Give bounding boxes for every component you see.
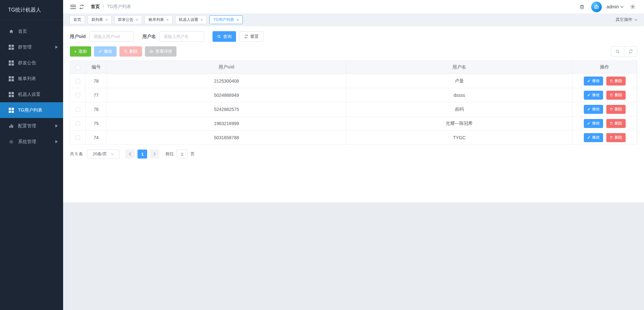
next-page-button[interactable]: [150, 150, 159, 159]
sidebar-item-group-mgmt[interactable]: 群管理: [0, 39, 63, 55]
table-tools: [611, 46, 637, 57]
row-delete-label: 删除: [615, 92, 622, 98]
search-button[interactable]: 查询: [213, 31, 236, 42]
sidebar-item-robot-settings[interactable]: 机器人设置: [0, 87, 63, 102]
table-row: 75 1963216999 光耀—陈冠希 修改 删除: [70, 116, 637, 131]
row-delete-button[interactable]: 删除: [606, 105, 626, 114]
main-area: 首页 / TG用户列表 admin: [63, 0, 644, 310]
row-edit-button[interactable]: 修改: [584, 77, 603, 86]
table-row: 74 5031658788 TYGC 修改 删除: [70, 131, 637, 145]
tab-tg-user-list[interactable]: TG用户列表 ×: [209, 15, 242, 24]
row-edit-button[interactable]: 修改: [584, 133, 603, 142]
row-checkbox[interactable]: [76, 93, 80, 97]
row-delete-button[interactable]: 删除: [606, 133, 626, 142]
cell-uid: 1963216999: [107, 116, 346, 130]
tab-home[interactable]: 首页: [70, 15, 85, 24]
topbar: 首页 / TG用户列表 admin: [63, 0, 644, 14]
total-count: 共 5 条: [70, 151, 83, 157]
sidebar-item-label: 群管理: [18, 44, 32, 50]
table-row: 78 2125300408 卢曼 修改 删除: [70, 74, 637, 88]
reset-button[interactable]: 重置: [239, 31, 263, 42]
trash-icon: [610, 93, 613, 97]
column-header-uid: 用户uid: [107, 61, 346, 74]
row-checkbox[interactable]: [76, 135, 80, 140]
tab-broadcast[interactable]: 群发公告 ×: [114, 15, 142, 24]
row-delete-button[interactable]: 删除: [606, 119, 626, 128]
close-icon[interactable]: ×: [105, 18, 108, 22]
refresh-icon[interactable]: [77, 3, 86, 11]
pen-icon: [98, 50, 102, 53]
row-edit-button[interactable]: 修改: [584, 91, 603, 100]
select-all-checkbox[interactable]: [76, 65, 80, 69]
column-header-id: 编号: [86, 61, 107, 74]
trash-icon: [610, 79, 613, 83]
delete-button-disabled[interactable]: 删除: [119, 46, 142, 57]
sidebar-item-label: 配置管理: [18, 123, 36, 129]
plus-icon: +: [74, 49, 77, 54]
row-delete-label: 删除: [615, 106, 622, 112]
row-checkbox[interactable]: [76, 79, 80, 83]
row-checkbox[interactable]: [76, 107, 80, 112]
pen-icon: [587, 107, 591, 111]
cell-name: 光耀—陈冠希: [346, 116, 573, 130]
home-icon: [8, 29, 14, 34]
close-icon[interactable]: ×: [166, 18, 169, 22]
cell-name: 叔码: [346, 102, 573, 116]
sidebar-item-system-mgmt[interactable]: 系统管理: [0, 134, 63, 150]
cell-id: 76: [86, 102, 107, 116]
sidebar-item-config-mgmt[interactable]: 配置管理: [0, 118, 63, 134]
breadcrumb-separator: /: [103, 4, 104, 9]
eye-icon: [149, 49, 154, 54]
sidebar-item-home[interactable]: 首页: [0, 23, 63, 39]
tabbar: 首页 群列表 × 群发公告 × 账单列表 × 机器人设置 × TG用户列表 × …: [63, 14, 644, 26]
user-dropdown[interactable]: admin: [607, 4, 624, 9]
trash-icon: [124, 50, 128, 53]
tab-label: 群列表: [91, 17, 103, 23]
sidebar-item-label: 系统管理: [18, 139, 36, 145]
edit-button-disabled[interactable]: 修改: [94, 46, 117, 57]
row-edit-button[interactable]: 修改: [584, 105, 603, 114]
tab-robot-settings[interactable]: 机器人设置 ×: [175, 15, 207, 24]
trash-icon: [610, 107, 613, 111]
table-header-row: 编号 用户uid 用户名 操作: [70, 61, 637, 74]
add-button[interactable]: + 添加: [70, 46, 91, 57]
trash-icon[interactable]: [578, 3, 586, 11]
page-number-button[interactable]: 1: [137, 150, 147, 159]
content-panel: 用户uid 用户名 查询 重置 + 添加 修改: [63, 26, 644, 202]
breadcrumb-home[interactable]: 首页: [91, 4, 100, 10]
sidebar-item-label: 账单列表: [18, 76, 36, 82]
column-header-name: 用户名: [346, 61, 573, 74]
row-delete-button[interactable]: 删除: [606, 77, 626, 86]
sidebar-item-label: TG用户列表: [18, 107, 42, 113]
row-checkbox[interactable]: [76, 121, 80, 126]
row-edit-button[interactable]: 修改: [584, 119, 603, 128]
cell-uid: 2125300408: [107, 74, 346, 88]
tab-group-list[interactable]: 群列表 ×: [88, 15, 112, 24]
close-icon[interactable]: ×: [201, 18, 203, 22]
cell-name: dssss: [346, 88, 573, 102]
settings-gear-icon[interactable]: [629, 3, 637, 11]
table-search-toggle-icon[interactable]: [611, 47, 624, 56]
close-icon[interactable]: ×: [136, 18, 138, 22]
close-icon[interactable]: ×: [236, 18, 239, 22]
uid-input[interactable]: [89, 31, 134, 42]
prev-page-button[interactable]: [125, 150, 135, 159]
view-detail-button-disabled[interactable]: 查看详情: [145, 46, 176, 57]
goto-page-input[interactable]: [176, 150, 188, 159]
table-refresh-icon[interactable]: [624, 47, 637, 56]
sidebar-item-tg-user-list[interactable]: TG用户列表: [0, 102, 63, 118]
sidebar-item-bill-list[interactable]: 账单列表: [0, 71, 63, 87]
trash-icon: [610, 136, 613, 139]
more-actions-dropdown[interactable]: 其它操作: [616, 17, 638, 23]
tab-label: 机器人设置: [179, 17, 198, 23]
pen-icon: [587, 93, 591, 97]
avatar[interactable]: [591, 2, 602, 12]
tab-bill-list[interactable]: 账单列表 ×: [145, 15, 173, 24]
hamburger-menu-icon[interactable]: [69, 3, 77, 11]
page-size-select[interactable]: 20条/页: [87, 150, 119, 159]
username: admin: [607, 4, 619, 9]
row-delete-button[interactable]: 删除: [606, 91, 626, 100]
grid-icon: [8, 60, 14, 66]
name-input[interactable]: [159, 31, 204, 42]
sidebar-item-broadcast[interactable]: 群发公告: [0, 55, 63, 71]
